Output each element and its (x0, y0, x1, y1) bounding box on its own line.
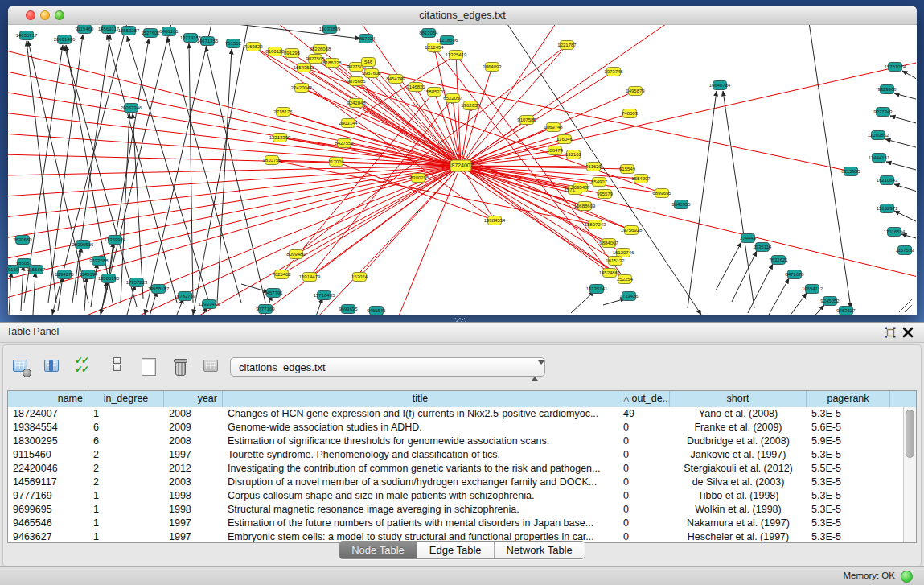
network-node[interactable]: 152024 (351, 273, 368, 282)
column-header-outde[interactable]: △ out_de... (618, 391, 670, 407)
network-node[interactable]: 1069748 (544, 123, 563, 132)
network-node[interactable]: 16033809 (319, 25, 341, 34)
network-hub-node[interactable]: 18724007 (448, 160, 473, 171)
network-node[interactable]: 15751074 (885, 63, 906, 72)
network-node[interactable]: 9197588 (89, 257, 109, 266)
network-node[interactable]: 2718176 (273, 108, 293, 117)
network-node[interactable]: 2935114 (754, 243, 773, 252)
network-node[interactable]: 546 (362, 58, 376, 67)
tab-network-table[interactable]: Network Table (495, 542, 585, 558)
network-node[interactable]: 12213399 (269, 134, 291, 142)
new-table-icon[interactable] (138, 356, 159, 379)
network-node[interactable]: 1362057 (461, 101, 480, 110)
network-node[interactable]: 1527602 (141, 29, 160, 38)
delete-table-icon[interactable] (202, 356, 223, 379)
network-node[interactable]: 1554907 (631, 175, 651, 183)
network-node[interactable]: 14055717 (16, 31, 38, 40)
network-node[interactable]: 16914479 (299, 273, 321, 282)
network-node[interactable]: 16120746 (613, 249, 634, 257)
network-node[interactable]: 9107585 (517, 116, 536, 125)
network-node[interactable]: 1095487 (571, 183, 590, 192)
network-node[interactable]: 16210643 (877, 176, 898, 185)
network-node[interactable]: 995579 (597, 190, 614, 199)
network-node[interactable]: 10653287 (118, 27, 140, 35)
network-node[interactable]: 751552 (225, 39, 242, 48)
table-row[interactable]: 1830029562008Estimation of significance … (8, 435, 904, 448)
network-node[interactable]: 9875685 (347, 77, 366, 86)
network-node[interactable]: 8427552 (335, 139, 354, 148)
network-node[interactable]: 8471676 (785, 270, 804, 279)
network-node[interactable]: 8813054 (419, 29, 438, 38)
network-node[interactable]: 6899695 (652, 189, 671, 198)
network-node[interactable]: 7625402 (272, 270, 291, 279)
network-node[interactable]: 8186328 (322, 59, 342, 68)
network-node[interactable]: 6522057 (443, 94, 462, 103)
table-row[interactable]: 1456911722003Disruption of a novel membe… (8, 476, 904, 489)
network-node[interactable]: 10654112 (802, 285, 823, 294)
network-node[interactable]: 14569117 (98, 25, 120, 34)
row-height-icon[interactable] (106, 356, 127, 379)
network-node[interactable]: 1733426 (619, 292, 639, 301)
network-node[interactable]: 7632621 (769, 256, 788, 265)
network-node[interactable]: 1615132 (606, 257, 625, 266)
network-node[interactable]: 461620 (585, 163, 602, 171)
network-node[interactable]: 12444151 (869, 154, 890, 163)
table-row[interactable]: 2242004622012Investigating the contribut… (8, 462, 904, 476)
network-node[interactable]: 9884067 (599, 239, 618, 248)
network-node[interactable]: 17957223 (126, 278, 148, 287)
network-node[interactable]: 12325419 (446, 51, 467, 60)
select-rows-icon[interactable]: ✓✓✓✓ (75, 356, 96, 379)
network-node[interactable]: 9242848 (347, 99, 366, 108)
network-node[interactable]: 8215955 (841, 167, 860, 176)
network-node[interactable]: 1495879 (626, 87, 645, 96)
column-header-year[interactable]: year (164, 391, 223, 407)
network-node[interactable]: 8099489 (286, 250, 306, 259)
network-canvas[interactable]: 7163822816012889129528226058982750516543… (8, 24, 916, 315)
network-node[interactable]: 16648784 (709, 81, 731, 90)
network-node[interactable]: 19756928 (621, 226, 643, 235)
scrollbar-thumb[interactable] (906, 410, 914, 458)
network-node[interactable]: 2620650 (13, 236, 32, 245)
network-node[interactable]: 2803144 (339, 119, 358, 128)
network-node[interactable]: 252254 (617, 275, 634, 284)
show-columns-icon[interactable] (43, 356, 64, 379)
network-node[interactable]: 9115460 (76, 25, 95, 34)
network-node[interactable]: 117006 (328, 158, 344, 167)
network-node[interactable]: 9465546 (367, 307, 386, 315)
table-row[interactable]: 1938455462009Genome-wide association stu… (8, 421, 904, 435)
network-node[interactable]: 17016504 (884, 228, 906, 237)
network-node[interactable]: 9227343 (873, 108, 893, 117)
network-node[interactable]: 274444 (740, 234, 757, 243)
network-node[interactable]: 1294275 (55, 270, 74, 279)
network-node[interactable]: 9463627 (836, 307, 856, 315)
tab-node-table[interactable]: Node Table (339, 542, 417, 558)
table-row[interactable]: 977716911998Corpus callosum shape and si… (8, 489, 904, 503)
network-node[interactable]: 915549 (619, 165, 636, 174)
network-node[interactable]: 7163822 (244, 43, 263, 51)
network-node[interactable]: 15885270 (424, 88, 446, 97)
table-settings-icon[interactable] (11, 356, 32, 379)
float-panel-icon[interactable] (884, 326, 897, 339)
network-node[interactable]: 748503 (622, 109, 639, 118)
network-node[interactable]: 1810755 (262, 156, 281, 165)
network-node[interactable]: 19384554 (484, 216, 506, 225)
network-node[interactable]: 1864093 (483, 63, 502, 72)
network-node[interactable]: 39159 (8, 266, 19, 274)
network-node[interactable]: 7857224 (356, 35, 376, 43)
delete-attributes-icon[interactable] (170, 356, 191, 379)
table-selector-dropdown[interactable]: citations_edges.txt (230, 357, 545, 377)
network-node[interactable]: 12923446 (199, 300, 220, 309)
network-node[interactable]: 8160128 (265, 47, 285, 56)
network-node[interactable]: 9699695 (339, 305, 358, 314)
column-header-indegree[interactable]: in_degree (88, 391, 164, 407)
column-header-pagerank[interactable]: pagerank (807, 391, 890, 407)
canvas-resize-grip[interactable] (899, 299, 912, 312)
close-panel-icon[interactable] (901, 326, 914, 339)
network-node[interactable]: 13505135 (98, 274, 120, 283)
network-node[interactable]: 10688609 (574, 202, 596, 211)
network-node[interactable]: 9245052 (820, 297, 840, 306)
network-node[interactable]: 1156867 (27, 266, 47, 274)
network-node[interactable]: 15718485 (314, 291, 335, 300)
network-node[interactable]: 1973748 (604, 68, 623, 76)
network-node[interactable]: 1145194 (80, 270, 99, 279)
